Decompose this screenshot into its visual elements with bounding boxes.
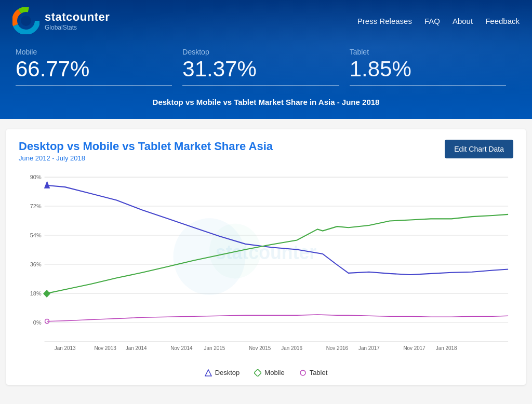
svg-text:0%: 0% [33,319,42,326]
mobile-divider [16,85,172,86]
svg-text:Nov 2016: Nov 2016 [326,345,349,351]
chart-title-area: Desktop vs Mobile vs Tablet Market Share… [19,140,273,162]
chart-legend: Desktop Mobile Tablet [19,369,513,376]
logo-name: statcounter [45,10,110,24]
legend-desktop: Desktop [205,369,240,376]
stats-row: Mobile 66.77% Desktop 31.37% Tablet 1.85… [0,39,532,91]
nav-faq[interactable]: FAQ [424,17,440,25]
svg-text:Jan 2013: Jan 2013 [55,345,76,351]
desktop-value: 31.37% [182,57,339,81]
legend-desktop-label: Desktop [215,369,240,376]
svg-text:Jan 2015: Jan 2015 [204,345,225,351]
svg-text:Nov 2015: Nov 2015 [249,345,271,351]
chart-svg: 90% 72% 54% 36% 18% 0% Jan 2013 Nov 2013… [19,166,513,363]
nav-press-releases[interactable]: Press Releases [357,17,412,25]
edit-chart-button[interactable]: Edit Chart Data [445,140,513,158]
nav-links: Press Releases FAQ About Feedback [357,17,520,25]
svg-text:Nov 2013: Nov 2013 [94,345,116,351]
svg-text:Nov 2017: Nov 2017 [403,345,425,351]
tablet-legend-icon [299,369,307,376]
nav-feedback[interactable]: Feedback [485,17,520,25]
desktop-legend-icon [205,369,212,376]
nav-about[interactable]: About [453,17,473,25]
svg-text:Jan 2018: Jan 2018 [436,345,457,351]
svg-text:72%: 72% [30,203,42,209]
chart-section: Desktop vs Mobile vs Tablet Market Share… [6,129,526,385]
desktop-divider [182,85,339,86]
tablet-label: Tablet [350,48,506,56]
svg-rect-35 [254,369,261,376]
svg-point-36 [300,370,305,375]
mobile-label: Mobile [16,48,172,56]
legend-tablet: Tablet [299,369,328,376]
svg-text:90%: 90% [30,174,42,180]
svg-rect-32 [44,290,50,297]
svg-text:36%: 36% [30,261,42,267]
nav-bar: statcounter GlobalStats Press Releases F… [0,0,532,39]
stat-mobile: Mobile 66.77% [16,48,182,86]
svg-marker-34 [205,370,211,376]
chart-header: Desktop vs Mobile vs Tablet Market Share… [19,140,513,162]
svg-text:Jan 2014: Jan 2014 [126,345,147,351]
mobile-value: 66.77% [16,57,172,81]
header-subtitle: Desktop vs Mobile vs Tablet Market Share… [0,91,532,109]
desktop-label: Desktop [182,48,339,56]
logo-icon [12,7,39,34]
logo-text: statcounter GlobalStats [45,10,110,31]
svg-text:Jan 2016: Jan 2016 [281,345,302,351]
logo-sub: GlobalStats [45,24,110,31]
tablet-divider [350,85,506,86]
stat-tablet: Tablet 1.85% [350,48,516,86]
chart-date-range: June 2012 - July 2018 [19,154,273,162]
mobile-legend-icon [254,369,261,376]
svg-text:Nov 2014: Nov 2014 [170,345,193,351]
chart-container: 90% 72% 54% 36% 18% 0% Jan 2013 Nov 2013… [19,166,513,363]
stat-desktop: Desktop 31.37% [182,48,349,86]
svg-text:Jan 2017: Jan 2017 [358,345,380,351]
tablet-value: 1.85% [350,57,506,81]
logo-area: statcounter GlobalStats [12,7,110,34]
svg-text:54%: 54% [30,232,42,238]
svg-marker-31 [45,182,50,188]
legend-tablet-label: Tablet [310,369,328,376]
legend-mobile-label: Mobile [264,369,284,376]
svg-point-3 [21,16,31,26]
header: statcounter GlobalStats Press Releases F… [0,0,532,119]
chart-title: Desktop vs Mobile vs Tablet Market Share… [19,140,273,153]
svg-text:18%: 18% [30,290,42,297]
legend-mobile: Mobile [254,369,284,376]
